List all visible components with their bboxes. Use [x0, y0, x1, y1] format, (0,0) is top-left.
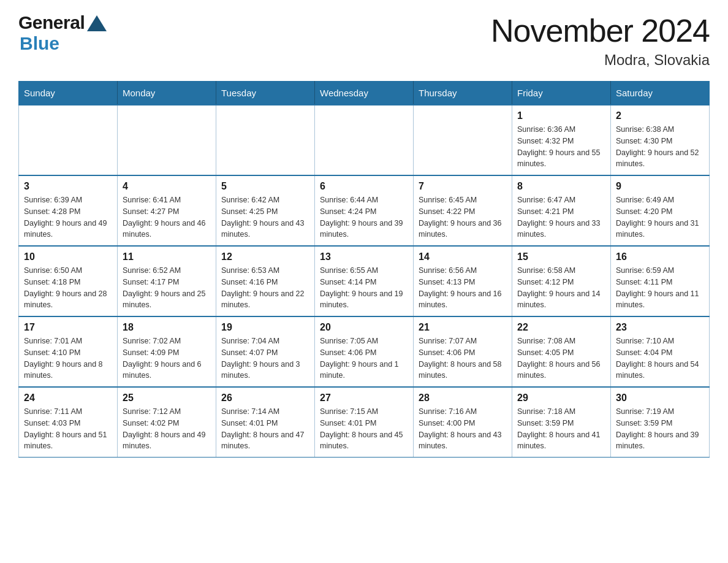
svg-marker-0: [87, 15, 107, 31]
day-number: 15: [517, 251, 605, 262]
day-info: Sunrise: 7:18 AM Sunset: 3:59 PM Dayligh…: [517, 406, 605, 452]
day-info: Sunrise: 7:07 AM Sunset: 4:06 PM Dayligh…: [419, 335, 507, 381]
day-info: Sunrise: 7:16 AM Sunset: 4:00 PM Dayligh…: [419, 406, 507, 452]
day-info: Sunrise: 6:56 AM Sunset: 4:13 PM Dayligh…: [419, 265, 507, 311]
day-info: Sunrise: 6:52 AM Sunset: 4:17 PM Dayligh…: [123, 265, 211, 311]
calendar-title: November 2024: [491, 12, 710, 49]
logo-triangle-icon: [86, 14, 108, 33]
calendar-header-row: Sunday Monday Tuesday Wednesday Thursday…: [19, 82, 710, 105]
title-section: November 2024 Modra, Slovakia: [491, 12, 710, 69]
day-info: Sunrise: 6:59 AM Sunset: 4:11 PM Dayligh…: [616, 265, 704, 311]
col-sunday: Sunday: [19, 82, 118, 105]
day-info: Sunrise: 6:55 AM Sunset: 4:14 PM Dayligh…: [320, 265, 408, 311]
table-row: 30Sunrise: 7:19 AM Sunset: 3:59 PM Dayli…: [611, 387, 710, 458]
table-row: [19, 105, 118, 175]
table-row: 29Sunrise: 7:18 AM Sunset: 3:59 PM Dayli…: [512, 387, 611, 458]
table-row: 25Sunrise: 7:12 AM Sunset: 4:02 PM Dayli…: [118, 387, 216, 458]
day-number: 29: [517, 393, 605, 404]
table-row: 3Sunrise: 6:39 AM Sunset: 4:28 PM Daylig…: [19, 175, 118, 246]
day-info: Sunrise: 6:41 AM Sunset: 4:27 PM Dayligh…: [123, 194, 211, 240]
table-row: 26Sunrise: 7:14 AM Sunset: 4:01 PM Dayli…: [216, 387, 315, 458]
table-row: 5Sunrise: 6:42 AM Sunset: 4:25 PM Daylig…: [216, 175, 315, 246]
day-info: Sunrise: 7:12 AM Sunset: 4:02 PM Dayligh…: [123, 406, 211, 452]
table-row: 22Sunrise: 7:08 AM Sunset: 4:05 PM Dayli…: [512, 316, 611, 387]
day-number: 28: [419, 393, 507, 404]
day-info: Sunrise: 7:15 AM Sunset: 4:01 PM Dayligh…: [320, 406, 408, 452]
table-row: 4Sunrise: 6:41 AM Sunset: 4:27 PM Daylig…: [118, 175, 216, 246]
table-row: 27Sunrise: 7:15 AM Sunset: 4:01 PM Dayli…: [315, 387, 414, 458]
day-number: 19: [221, 322, 309, 333]
day-number: 3: [24, 181, 112, 192]
table-row: 12Sunrise: 6:53 AM Sunset: 4:16 PM Dayli…: [216, 246, 315, 316]
day-number: 13: [320, 251, 408, 262]
day-number: 20: [320, 322, 408, 333]
day-number: 11: [123, 251, 211, 262]
table-row: 7Sunrise: 6:45 AM Sunset: 4:22 PM Daylig…: [414, 175, 512, 246]
day-info: Sunrise: 7:04 AM Sunset: 4:07 PM Dayligh…: [221, 335, 309, 381]
table-row: 23Sunrise: 7:10 AM Sunset: 4:04 PM Dayli…: [611, 316, 710, 387]
day-info: Sunrise: 7:19 AM Sunset: 3:59 PM Dayligh…: [616, 406, 704, 452]
table-row: 1Sunrise: 6:36 AM Sunset: 4:32 PM Daylig…: [512, 105, 611, 175]
calendar-table: Sunday Monday Tuesday Wednesday Thursday…: [18, 81, 710, 458]
day-info: Sunrise: 7:01 AM Sunset: 4:10 PM Dayligh…: [24, 335, 112, 381]
page-header: General Blue November 2024 Modra, Slovak…: [18, 12, 710, 69]
table-row: 11Sunrise: 6:52 AM Sunset: 4:17 PM Dayli…: [118, 246, 216, 316]
day-info: Sunrise: 6:49 AM Sunset: 4:20 PM Dayligh…: [616, 194, 704, 240]
table-row: 9Sunrise: 6:49 AM Sunset: 4:20 PM Daylig…: [611, 175, 710, 246]
col-tuesday: Tuesday: [216, 82, 315, 105]
col-thursday: Thursday: [414, 82, 512, 105]
day-number: 24: [24, 393, 112, 404]
table-row: 17Sunrise: 7:01 AM Sunset: 4:10 PM Dayli…: [19, 316, 118, 387]
day-number: 10: [24, 251, 112, 262]
table-row: 14Sunrise: 6:56 AM Sunset: 4:13 PM Dayli…: [414, 246, 512, 316]
day-number: 18: [123, 322, 211, 333]
day-info: Sunrise: 7:02 AM Sunset: 4:09 PM Dayligh…: [123, 335, 211, 381]
col-wednesday: Wednesday: [315, 82, 414, 105]
logo-blue-text: Blue: [20, 33, 59, 54]
table-row: 28Sunrise: 7:16 AM Sunset: 4:00 PM Dayli…: [414, 387, 512, 458]
calendar-week-row: 1Sunrise: 6:36 AM Sunset: 4:32 PM Daylig…: [19, 105, 710, 175]
day-info: Sunrise: 6:47 AM Sunset: 4:21 PM Dayligh…: [517, 194, 605, 240]
day-info: Sunrise: 6:39 AM Sunset: 4:28 PM Dayligh…: [24, 194, 112, 240]
day-info: Sunrise: 6:42 AM Sunset: 4:25 PM Dayligh…: [221, 194, 309, 240]
table-row: 16Sunrise: 6:59 AM Sunset: 4:11 PM Dayli…: [611, 246, 710, 316]
day-number: 16: [616, 251, 704, 262]
calendar-week-row: 10Sunrise: 6:50 AM Sunset: 4:18 PM Dayli…: [19, 246, 710, 316]
day-number: 5: [221, 181, 309, 192]
table-row: [414, 105, 512, 175]
table-row: [118, 105, 216, 175]
calendar-subtitle: Modra, Slovakia: [491, 52, 710, 69]
table-row: 19Sunrise: 7:04 AM Sunset: 4:07 PM Dayli…: [216, 316, 315, 387]
day-number: 6: [320, 181, 408, 192]
day-number: 9: [616, 181, 704, 192]
table-row: 10Sunrise: 6:50 AM Sunset: 4:18 PM Dayli…: [19, 246, 118, 316]
calendar-week-row: 3Sunrise: 6:39 AM Sunset: 4:28 PM Daylig…: [19, 175, 710, 246]
day-info: Sunrise: 7:05 AM Sunset: 4:06 PM Dayligh…: [320, 335, 408, 381]
day-number: 8: [517, 181, 605, 192]
day-number: 4: [123, 181, 211, 192]
day-info: Sunrise: 6:36 AM Sunset: 4:32 PM Dayligh…: [517, 124, 605, 170]
day-info: Sunrise: 6:44 AM Sunset: 4:24 PM Dayligh…: [320, 194, 408, 240]
day-number: 7: [419, 181, 507, 192]
day-number: 21: [419, 322, 507, 333]
day-info: Sunrise: 7:10 AM Sunset: 4:04 PM Dayligh…: [616, 335, 704, 381]
day-number: 23: [616, 322, 704, 333]
table-row: 21Sunrise: 7:07 AM Sunset: 4:06 PM Dayli…: [414, 316, 512, 387]
day-number: 1: [517, 110, 605, 121]
day-number: 26: [221, 393, 309, 404]
day-info: Sunrise: 6:45 AM Sunset: 4:22 PM Dayligh…: [419, 194, 507, 240]
col-saturday: Saturday: [611, 82, 710, 105]
table-row: 2Sunrise: 6:38 AM Sunset: 4:30 PM Daylig…: [611, 105, 710, 175]
day-number: 27: [320, 393, 408, 404]
day-number: 17: [24, 322, 112, 333]
calendar-week-row: 17Sunrise: 7:01 AM Sunset: 4:10 PM Dayli…: [19, 316, 710, 387]
table-row: 15Sunrise: 6:58 AM Sunset: 4:12 PM Dayli…: [512, 246, 611, 316]
logo: General Blue: [18, 12, 108, 54]
table-row: 18Sunrise: 7:02 AM Sunset: 4:09 PM Dayli…: [118, 316, 216, 387]
logo-general-text: General: [18, 12, 85, 33]
col-friday: Friday: [512, 82, 611, 105]
table-row: 24Sunrise: 7:11 AM Sunset: 4:03 PM Dayli…: [19, 387, 118, 458]
day-info: Sunrise: 7:11 AM Sunset: 4:03 PM Dayligh…: [24, 406, 112, 452]
table-row: 20Sunrise: 7:05 AM Sunset: 4:06 PM Dayli…: [315, 316, 414, 387]
day-info: Sunrise: 7:08 AM Sunset: 4:05 PM Dayligh…: [517, 335, 605, 381]
